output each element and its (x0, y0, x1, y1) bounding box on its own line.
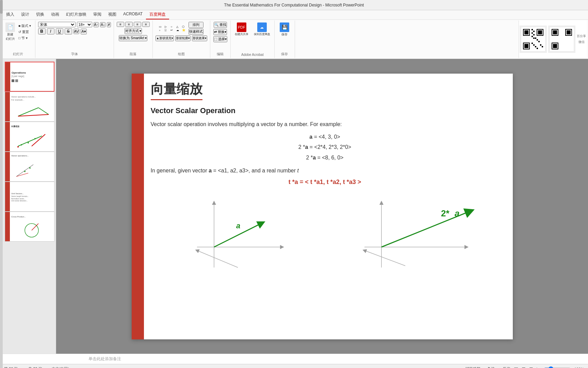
tab-acrobat[interactable]: ACROBAT (120, 10, 146, 19)
language-label: 中文(中国) (52, 366, 69, 368)
ribbon-group-paragraph: ≡ ≡ ≡ ≡ 对齐方式 ▾ 转换为 SmartArt ▾ 段落 (114, 20, 153, 58)
select-button[interactable]: ⬚ 选择▾ (213, 36, 227, 42)
qr-code-area: 百分享 微信 (519, 20, 587, 58)
slide-thumb-6[interactable]: Cross Product... (5, 212, 54, 242)
shape-fill-button[interactable]: ▲形状填充▾ (156, 35, 174, 41)
tab-animations[interactable]: 动画 (48, 10, 63, 19)
create-share-button[interactable]: PDF 创建共共享 (233, 22, 250, 37)
thumb-1-sub: [t pair nage] (12, 75, 52, 77)
svg-line-52 (197, 250, 238, 267)
svg-point-39 (28, 142, 29, 143)
arrange-button[interactable]: 排列 (189, 22, 203, 28)
layout-button[interactable]: ■ 版式 ▾ (17, 23, 32, 29)
font-increase-button[interactable]: A↑ (94, 22, 99, 27)
slide-thumb-5[interactable]: Unit Vectors... Vector length formula...… (5, 182, 54, 212)
ribbon-group-drawing: ▭▷○△⬡ ⬦⌺↩☁⭐ 排列 快速样式 ▲形状填充▾ 形状轮廓▾ 形状效果▾ 绘… (153, 20, 210, 58)
svg-rect-34 (553, 44, 557, 48)
tab-review[interactable]: 审阅 (90, 10, 105, 19)
tab-design[interactable]: 设计 (18, 10, 33, 19)
svg-line-37 (18, 114, 49, 116)
diagrams-row: a (151, 193, 499, 274)
save-baidu-button[interactable]: ☁ 保到百度网盘 (252, 22, 272, 37)
tab-view[interactable]: 视图 (105, 10, 120, 19)
underline-button[interactable]: U (56, 28, 63, 34)
slide-num-label: 第 26 张， (4, 366, 21, 368)
svg-rect-12 (532, 32, 533, 34)
section-button[interactable]: □ 节 ▾ (17, 35, 32, 41)
font-size-select[interactable]: 18+ (77, 22, 92, 27)
diagram-2a: 2* a (354, 193, 470, 274)
svg-text:2*: 2* (441, 208, 450, 218)
ribbon-group-slides: 📄 新建幻灯片 ■ 版式 ▾ ↺ 重置 □ 节 ▾ 幻灯片 (1, 20, 35, 58)
replace-button[interactable]: ⇄ 替换▾ (213, 29, 227, 35)
clear-format-button[interactable]: ✗ (107, 22, 111, 27)
ribbon-group-adobe: PDF 创建共共享 ☁ 保到百度网盘 Adobe Acrobat (231, 20, 275, 58)
svg-rect-11 (533, 31, 535, 32)
tab-transitions[interactable]: 切换 (33, 10, 48, 19)
drawing-group-label: 绘图 (178, 50, 185, 57)
slide-title-zh: 向量缩放 (151, 80, 202, 100)
text-direction-button[interactable]: 对齐方式 ▾ (125, 28, 142, 34)
tab-baidu[interactable]: 百度网盘 (146, 10, 169, 19)
reset-button[interactable]: ↺ 重置 (17, 29, 32, 35)
convert-smartart-button[interactable]: 转换为 SmartArt ▾ (119, 35, 147, 41)
char-spacing-button[interactable]: AV (74, 29, 80, 34)
window-title: The Essential Mathematics For Computatio… (224, 3, 364, 7)
slide-area: 向量缩放 Vector Scalar Operation Vector scal… (56, 59, 588, 354)
ribbon-group-save: 💾 保存 保存 (275, 20, 295, 58)
bold-button[interactable]: B (38, 28, 46, 34)
svg-rect-20 (533, 44, 535, 46)
svg-text:a: a (236, 221, 240, 230)
view-slideshow-btn[interactable]: ▷ (537, 366, 540, 368)
scroll-indicator (0, 59, 3, 354)
align-left-button[interactable]: ≡ (117, 22, 124, 27)
strikethrough-button[interactable]: S (65, 28, 72, 34)
slide-thumb-2[interactable]: Vector operations include...For example.… (5, 92, 54, 122)
slide-canvas: 向量缩放 Vector Scalar Operation Vector scal… (132, 74, 513, 339)
status-bar: 第 26 张， 共 26 张 中文(中国) 辅助功能 ■ 备注 ▲ 批注 ▣ ⊞… (0, 364, 588, 368)
justify-button[interactable]: ≡ (142, 22, 150, 27)
slide-thumb-4[interactable]: Vector operations... (5, 152, 54, 182)
svg-line-57 (364, 250, 405, 266)
notes-area[interactable]: 单击此处添加备注 (0, 354, 588, 364)
find-button[interactable]: 🔍 查找 (214, 22, 227, 28)
shapes-palette[interactable]: ▭▷○△⬡ ⬦⌺↩☁⭐ (159, 25, 187, 32)
notes-btn[interactable]: ■ 备注 (484, 366, 495, 368)
view-reading-btn[interactable]: ⊡ (529, 366, 533, 368)
align-center-button[interactable]: ≡ (125, 22, 133, 27)
italic-button[interactable]: I (47, 28, 54, 34)
svg-point-42 (17, 146, 19, 148)
new-slide-button[interactable]: 📄 新建幻灯片 (4, 22, 16, 42)
accessibility-btn[interactable]: 辅助功能 (466, 366, 480, 368)
formula-example: a = <4, 3, 0> 2 *a = <2*4, 2*3, 2*0> 2 *… (151, 132, 499, 163)
comments-btn[interactable]: ▲ 批注 (498, 366, 510, 368)
svg-line-36 (38, 108, 49, 114)
svg-point-40 (34, 138, 36, 139)
quick-style-button[interactable]: 快速样式 (189, 29, 203, 35)
zoom-slider[interactable] (544, 366, 571, 368)
svg-text:a: a (455, 208, 459, 218)
shape-outline-button[interactable]: 形状轮廓▾ (175, 35, 191, 41)
font-decrease-button[interactable]: A↓ (100, 22, 105, 27)
font-family-select[interactable]: 宋体 (38, 22, 76, 27)
ribbon-tabs: 插入 设计 切换 动画 幻灯片放映 审阅 视图 ACROBAT 百度网盘 (0, 10, 588, 20)
svg-rect-16 (535, 37, 536, 39)
ribbon-group-edit: 🔍 查找 ⇄ 替换▾ ⬚ 选择▾ 编辑 (210, 20, 231, 58)
slide-thumb-1[interactable]: Operations [t pair nage] (5, 62, 54, 92)
edit-group-label: 编辑 (217, 50, 224, 57)
save-button[interactable]: 💾 保存 (278, 22, 291, 37)
view-sorter-btn[interactable]: ⊞ (522, 366, 526, 368)
shape-effect-button[interactable]: 形状效果▾ (192, 35, 207, 41)
slide-thumb-3[interactable]: 向量缩放 (5, 122, 54, 152)
slide-formula: t *a = < t *a1, t *a2, t *a3 > (151, 179, 499, 186)
svg-line-43 (32, 134, 45, 146)
ribbon: 插入 设计 切换 动画 幻灯片放映 审阅 视图 ACROBAT 百度网盘 📄 新… (0, 10, 588, 59)
tab-slideshow[interactable]: 幻灯片放映 (63, 10, 90, 19)
view-normal-btn[interactable]: ▣ (514, 366, 518, 368)
font-color-button[interactable]: A▾ (81, 29, 86, 34)
align-right-button[interactable]: ≡ (134, 22, 141, 27)
ribbon-group-font: 宋体 18+ A↑ A↓ ✗ B I U S AV (35, 20, 114, 58)
tab-insert[interactable]: 插入 (3, 10, 18, 19)
svg-rect-24 (542, 46, 543, 47)
save-group-label: 保存 (281, 50, 288, 57)
